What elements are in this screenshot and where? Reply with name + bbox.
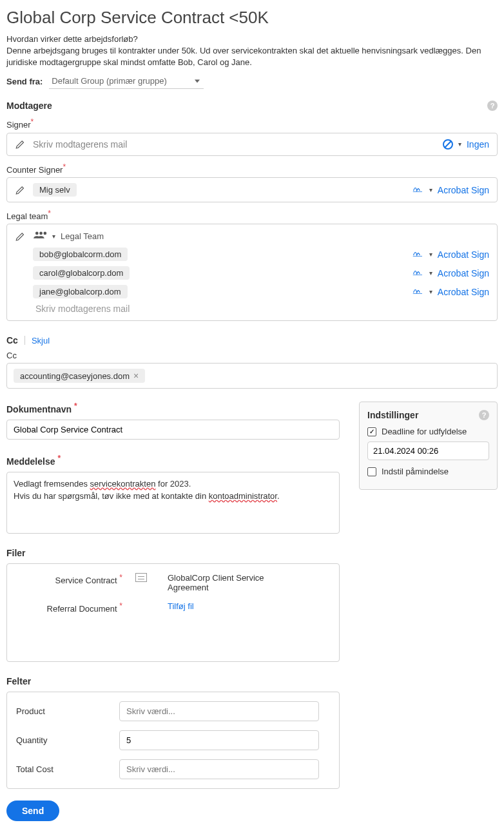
file-row: Service Contract * GlobalCorp Client Ser… [16, 573, 330, 592]
add-file-link[interactable]: Tilføj fil [168, 601, 296, 614]
legal-add-placeholder[interactable]: Skriv modtagerens mail [33, 304, 489, 314]
svg-point-1 [35, 232, 39, 235]
deadline-checkbox-row[interactable]: Deadline for udfyldelse [367, 427, 489, 436]
counter-signer-label: Counter Signer* [6, 162, 498, 175]
group-icon [33, 231, 47, 241]
field-total-input[interactable] [119, 759, 319, 779]
counter-signer-chip: Mig selv [33, 183, 77, 197]
reminder-checkbox-row[interactable]: Indstil påmindelse [367, 467, 489, 476]
file-name: GlobalCorp Client Service Agreement [168, 573, 296, 592]
cc-hide-link[interactable]: Skjul [32, 336, 50, 345]
docname-label: Dokumentnavn * [6, 402, 340, 414]
field-total-label: Total Cost [16, 764, 106, 774]
checkbox-icon[interactable] [367, 467, 376, 476]
chevron-down-icon[interactable]: ▾ [429, 186, 432, 193]
legal-member-row: jane@globalcorp.dom ▾ Acrobat Sign [33, 285, 489, 298]
signature-icon [412, 286, 424, 297]
workflow-question: Hvordan virker dette arbejdsforløb? [6, 34, 498, 44]
counter-signer-row[interactable]: Mig selv ▾ Acrobat Sign [6, 177, 498, 202]
chevron-down-icon[interactable]: ▾ [429, 251, 432, 258]
chevron-down-icon[interactable]: ▾ [429, 288, 432, 295]
field-product-label: Product [16, 706, 106, 716]
chevron-down-icon[interactable]: ▾ [458, 141, 461, 148]
legal-member-email: jane@globalcorp.dom [33, 285, 128, 298]
legal-member-status[interactable]: Acrobat Sign [438, 249, 489, 260]
signer-placeholder: Skriv modtagerens mail [33, 139, 436, 150]
legal-team-label: Legal team* [6, 209, 498, 221]
fields-box: Product Quantity Total Cost [6, 692, 340, 789]
files-box: Service Contract * GlobalCorp Client Ser… [6, 563, 340, 662]
checkbox-checked-icon[interactable] [367, 427, 376, 436]
message-label: Meddelelse * [6, 454, 340, 467]
deadline-input[interactable] [367, 442, 489, 460]
settings-title: Indstillinger [367, 410, 418, 420]
pen-icon [15, 184, 26, 196]
signature-icon [412, 249, 424, 260]
signature-icon [412, 184, 424, 195]
legal-member-email: bob@globalcorm.dom [33, 248, 128, 261]
send-from-select[interactable]: Default Group (primær gruppe) [49, 73, 204, 89]
settings-panel: Indstillinger ? Deadline for udfyldelse … [359, 402, 498, 490]
none-icon [443, 139, 453, 150]
pen-icon [15, 139, 26, 150]
counter-signer-status[interactable]: Acrobat Sign [438, 185, 489, 195]
help-icon[interactable]: ? [487, 101, 498, 111]
pen-icon [15, 235, 26, 244]
send-button[interactable]: Send [6, 801, 59, 821]
fields-title: Felter [6, 676, 340, 686]
field-quantity-input[interactable] [119, 730, 319, 750]
file-row: Referral Document * Tilføj fil [16, 601, 330, 614]
document-icon [135, 573, 147, 582]
chevron-down-icon[interactable]: ▾ [429, 269, 432, 277]
svg-point-3 [43, 232, 46, 235]
files-title: Filer [6, 548, 340, 558]
send-from-label: Send fra: [6, 77, 43, 86]
workflow-description: Denne arbejdsgang bruges til kontrakter … [6, 45, 498, 68]
legal-member-status[interactable]: Acrobat Sign [438, 287, 489, 297]
docname-input[interactable] [6, 420, 340, 440]
legal-group-name: Legal Team [61, 231, 104, 241]
signer-label: Signer* [6, 117, 498, 130]
help-icon[interactable]: ? [479, 410, 489, 420]
divider [24, 336, 25, 345]
chevron-down-icon[interactable]: ▾ [52, 233, 55, 240]
cc-input-box[interactable]: accounting@caseyjones.dom × [6, 363, 498, 389]
cc-field-label: Cc [6, 351, 498, 360]
legal-member-status[interactable]: Acrobat Sign [438, 268, 489, 278]
recipients-title: Modtagere [6, 101, 52, 111]
page-title: Global Corp Service Contract <50K [6, 8, 498, 28]
svg-point-2 [39, 232, 43, 235]
close-icon[interactable]: × [133, 371, 139, 381]
signature-icon [412, 267, 424, 278]
message-textarea[interactable]: Vedlagt fremsendes servicekontrakten for… [6, 472, 340, 534]
signer-input-row[interactable]: Skriv modtagerens mail ▾ Ingen [6, 133, 498, 156]
legal-member-email: carol@globalcorp.dom [33, 266, 130, 280]
field-product-input[interactable] [119, 701, 319, 721]
cc-label: Cc [6, 335, 18, 345]
field-quantity-label: Quantity [16, 735, 106, 745]
legal-member-row: bob@globalcorm.dom ▾ Acrobat Sign [33, 248, 489, 261]
legal-member-row: carol@globalcorp.dom ▾ Acrobat Sign [33, 266, 489, 280]
signer-status[interactable]: Ingen [467, 139, 489, 150]
legal-team-box: ▾ Legal Team bob@globalcorm.dom ▾ Acroba… [6, 224, 498, 321]
cc-chip: accounting@caseyjones.dom × [14, 369, 145, 383]
